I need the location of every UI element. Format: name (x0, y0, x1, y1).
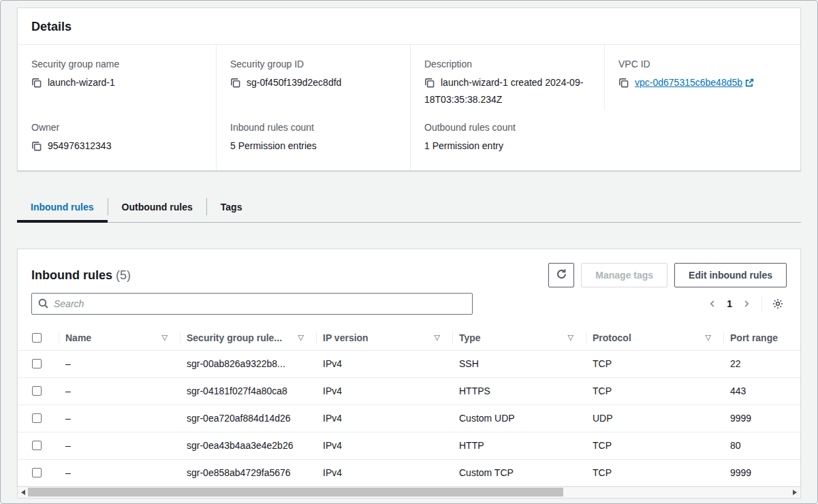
details-grid-row2: Owner 954976312343 Inbound rules count 5… (18, 110, 800, 170)
inbound-rules-header: Inbound rules (5) Manage tags Edit inbou… (18, 249, 800, 293)
field-vpc-id: VPC ID vpc-0d675315c6be48d5b (604, 45, 800, 110)
inbound-rules-card: Inbound rules (5) Manage tags Edit inbou… (17, 249, 801, 487)
scrollbar-thumb[interactable] (28, 488, 563, 497)
page-number[interactable]: 1 (721, 298, 738, 309)
table-header-row: Name▽ Security group rule...▽ IP version… (18, 326, 800, 350)
security-group-page: Details Security group name launch-wizar… (0, 0, 818, 504)
details-grid-row1: Security group name launch-wizard-1 Secu… (18, 45, 800, 110)
filter-icon[interactable]: ▽ (298, 333, 309, 342)
copy-icon[interactable] (424, 77, 435, 92)
field-description: Description launch-wizard-1 created 2024… (410, 45, 604, 110)
details-grid-spacer (604, 110, 800, 170)
tab-inbound-rules[interactable]: Inbound rules (17, 191, 108, 222)
field-security-group-id: Security group ID sg-0f450f139d2ec8dfd (216, 45, 410, 110)
filter-icon[interactable]: ▽ (435, 333, 445, 342)
table-row: – sgr-00ab826a9322b8... IPv4 SSH TCP 22 (18, 350, 800, 377)
copy-icon[interactable] (31, 77, 42, 92)
tab-outbound-rules[interactable]: Outbound rules (108, 191, 206, 222)
field-inbound-rules-count: Inbound rules count 5 Permission entries (216, 110, 410, 170)
settings-gear-icon[interactable] (769, 295, 787, 313)
scroll-left-arrow[interactable] (18, 487, 29, 497)
tab-tags[interactable]: Tags (207, 191, 256, 222)
field-outbound-rules-count: Outbound rules count 1 Permission entry (410, 110, 604, 170)
tab-bar: Inbound rules Outbound rules Tags (17, 191, 801, 223)
search-icon (37, 298, 49, 312)
edit-inbound-rules-button[interactable]: Edit inbound rules (674, 263, 787, 287)
previous-page-button[interactable] (704, 296, 721, 312)
table-row: – sgr-0ea43b4aa3e4e2b26 IPv4 HTTP TCP 80 (18, 432, 800, 459)
refresh-button[interactable] (548, 263, 574, 287)
table-row: – sgr-0ea720af884d14d26 IPv4 Custom UDP … (18, 405, 800, 432)
row-checkbox[interactable] (32, 468, 42, 477)
row-checkbox[interactable] (32, 441, 42, 450)
scroll-right-icon (793, 490, 797, 495)
select-all-header (18, 326, 59, 350)
column-header-ip-version: IP version▽ (316, 326, 452, 350)
details-card: Details Security group name launch-wizar… (17, 7, 801, 171)
filter-icon[interactable]: ▽ (162, 333, 173, 342)
horizontal-scrollbar (17, 487, 801, 499)
details-card-header: Details (18, 8, 800, 45)
copy-icon[interactable] (230, 77, 240, 92)
column-header-protocol: Protocol▽ (586, 326, 723, 350)
details-title: Details (31, 20, 72, 33)
column-header-rule-id: Security group rule...▽ (180, 326, 316, 350)
row-checkbox[interactable] (32, 413, 42, 423)
vpc-id-link[interactable]: vpc-0d675315c6be48d5b (635, 77, 742, 88)
next-page-button[interactable] (738, 296, 755, 312)
copy-icon[interactable] (31, 140, 42, 155)
refresh-icon (556, 268, 567, 282)
field-security-group-name: Security group name launch-wizard-1 (18, 45, 216, 110)
search-box (31, 293, 473, 315)
inbound-rules-title: Inbound rules (5) (31, 268, 131, 283)
row-checkbox[interactable] (32, 359, 42, 368)
scroll-left-icon (21, 490, 25, 495)
table-row: – sgr-0e858ab4729fa5676 IPv4 Custom TCP … (18, 459, 800, 486)
field-owner: Owner 954976312343 (18, 110, 216, 170)
inbound-rules-count-badge: (5) (116, 268, 131, 282)
external-link-icon (745, 76, 754, 91)
inbound-rules-table: Name▽ Security group rule...▽ IP version… (18, 326, 800, 486)
scroll-right-arrow[interactable] (789, 487, 800, 497)
row-checkbox[interactable] (32, 386, 42, 396)
column-header-type: Type▽ (452, 326, 586, 350)
search-input[interactable] (31, 293, 473, 315)
table-toolbar: 1 (18, 293, 800, 326)
filter-icon[interactable]: ▽ (706, 333, 717, 342)
copy-icon[interactable] (618, 77, 629, 92)
pagination-divider (761, 296, 762, 311)
pagination: 1 (704, 295, 787, 313)
column-header-port-range: Port range (723, 326, 800, 350)
filter-icon[interactable]: ▽ (568, 333, 579, 342)
manage-tags-button[interactable]: Manage tags (581, 263, 667, 287)
table-row: – sgr-04181f027f4a80ca8 IPv4 HTTPS TCP 4… (18, 377, 800, 405)
column-header-name: Name▽ (59, 326, 180, 350)
select-all-checkbox[interactable] (32, 333, 42, 343)
